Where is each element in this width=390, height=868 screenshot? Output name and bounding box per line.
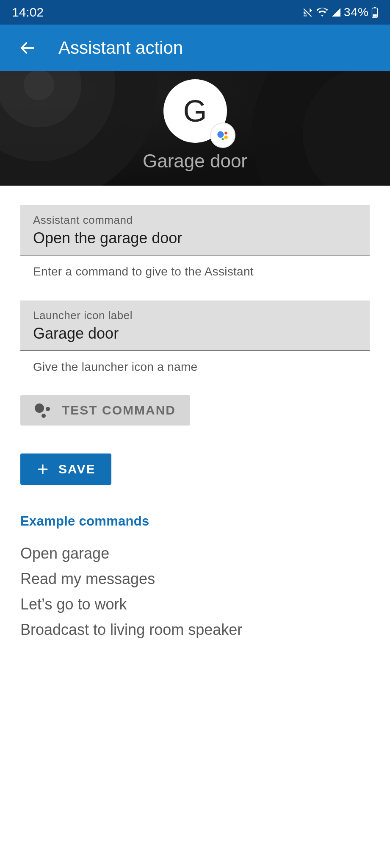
launcher-label-field[interactable]: Launcher icon label bbox=[20, 300, 370, 351]
example-item[interactable]: Let’s go to work bbox=[20, 592, 370, 617]
battery-icon bbox=[371, 7, 378, 18]
cellular-icon bbox=[331, 7, 341, 17]
launcher-label-helper: Give the launcher icon a name bbox=[20, 351, 370, 383]
assistant-command-helper: Enter a command to give to the Assistant bbox=[20, 256, 370, 288]
svg-point-4 bbox=[217, 131, 224, 138]
svg-rect-1 bbox=[374, 7, 376, 8]
test-command-label: TEST COMMAND bbox=[62, 403, 176, 417]
hero-letter: G bbox=[183, 94, 207, 128]
status-right: 34% bbox=[302, 6, 378, 19]
test-command-button[interactable]: TEST COMMAND bbox=[20, 395, 190, 426]
launcher-label-label: Launcher icon label bbox=[33, 309, 357, 322]
wifi-icon bbox=[316, 7, 329, 17]
plus-icon bbox=[36, 463, 49, 476]
example-item[interactable]: Broadcast to living room speaker bbox=[20, 617, 370, 643]
vibrate-icon bbox=[302, 7, 313, 18]
app-bar: Assistant action bbox=[0, 25, 390, 71]
status-bar: 14:02 34% bbox=[0, 0, 390, 25]
assistant-command-label: Assistant command bbox=[33, 214, 357, 227]
example-item[interactable]: Read my messages bbox=[20, 566, 370, 592]
example-item[interactable]: Open garage bbox=[20, 541, 370, 566]
hero-avatar: G bbox=[163, 79, 227, 143]
save-button[interactable]: SAVE bbox=[20, 453, 111, 485]
svg-rect-2 bbox=[373, 14, 376, 17]
arrow-left-icon bbox=[19, 39, 36, 56]
back-button[interactable] bbox=[15, 36, 39, 60]
svg-point-7 bbox=[221, 138, 224, 140]
launcher-label-input[interactable] bbox=[33, 325, 357, 342]
svg-point-5 bbox=[224, 132, 227, 135]
assistant-command-field[interactable]: Assistant command bbox=[20, 205, 370, 256]
assistant-dots-icon bbox=[35, 403, 53, 418]
page-title: Assistant action bbox=[58, 38, 183, 58]
hero: G Garage door bbox=[0, 71, 390, 186]
battery-text: 34% bbox=[344, 6, 369, 19]
content: Assistant command Enter a command to giv… bbox=[0, 186, 390, 643]
example-commands: Example commands Open garage Read my mes… bbox=[20, 514, 370, 643]
save-label: SAVE bbox=[58, 462, 95, 476]
hero-title: Garage door bbox=[143, 150, 247, 172]
status-time: 14:02 bbox=[12, 5, 44, 19]
svg-point-6 bbox=[224, 136, 228, 139]
assistant-command-input[interactable] bbox=[33, 229, 357, 247]
example-commands-title: Example commands bbox=[20, 514, 370, 529]
assistant-icon bbox=[210, 122, 235, 148]
